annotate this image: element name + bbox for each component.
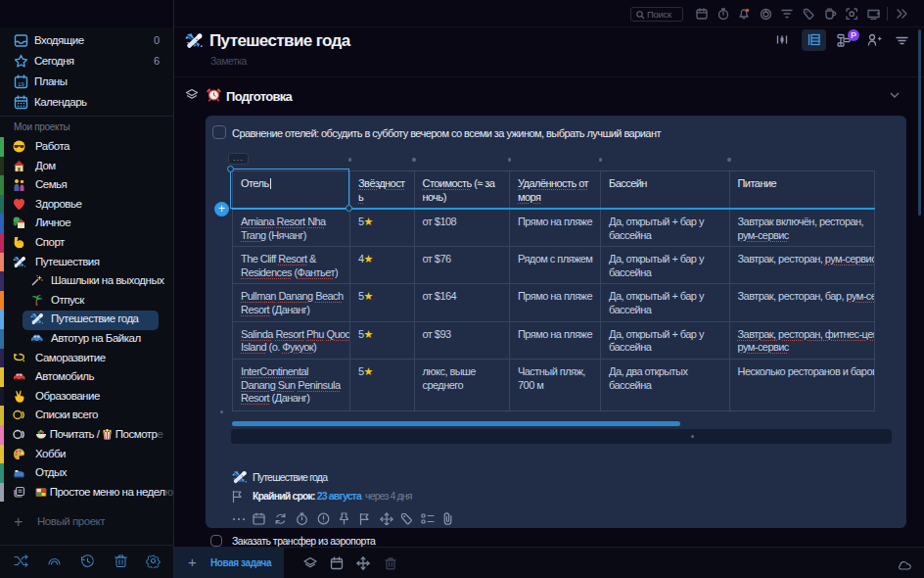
svg-text:19: 19 xyxy=(18,81,24,87)
